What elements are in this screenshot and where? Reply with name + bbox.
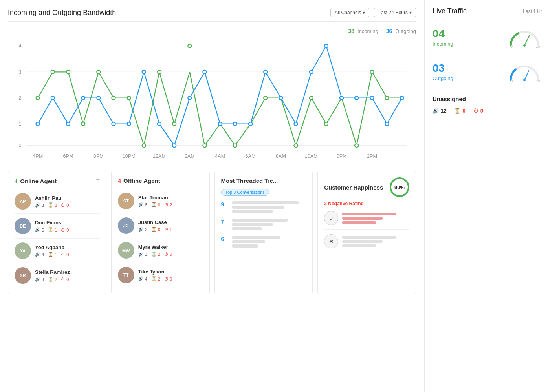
inbox-icon: 🔊 [35, 252, 40, 257]
svg-point-28 [127, 96, 131, 100]
stat-timer: ⏱ 1 [164, 227, 172, 232]
svg-text:4PM: 4PM [33, 153, 43, 159]
agent-info: Tike Tyson 🔊 4 ⏳ 2 ⏱ 0 [138, 269, 203, 281]
agent-stats: 🔊 2 ⏳ 0 ⏱ 1 [138, 227, 203, 232]
threaded-num: 6 [221, 236, 229, 242]
threaded-bars [232, 236, 306, 248]
svg-point-33 [203, 144, 206, 147]
inbox-icon: 🔊 [138, 276, 144, 281]
chart-svg: 4 3 2 1 0 4PM 6PM 8PM 10PM 12AM 2AM 4AM … [8, 37, 416, 163]
time-dropdown[interactable]: Last 24 Hours ▾ [374, 8, 416, 17]
svg-point-79 [523, 79, 526, 81]
svg-text:4: 4 [19, 44, 22, 49]
stat-assign: 🔊 6 [138, 202, 147, 207]
hourglass-icon: ⏳ [48, 252, 53, 257]
unassigned-inbox: 🔊 12 [433, 108, 446, 114]
clock-icon: ⏱ [164, 277, 169, 281]
threaded-bar [232, 244, 258, 248]
bottom-panels: 4 Online Agent ≡ AP Ashlin Paul 🔊 8 [8, 171, 416, 294]
agent-info: Yod Agbaria 🔊 4 ⏳ 1 ⏱ 0 [35, 244, 100, 257]
avatar: MW [118, 242, 134, 259]
happiness-row: J [324, 211, 409, 230]
outgoing-metric: 03 Outgoing 0 10 [425, 55, 550, 89]
agent-stats: 🔊 3 ⏳ 2 ⏱ 0 [35, 277, 100, 282]
threaded-bar [232, 236, 280, 239]
svg-point-30 [158, 70, 161, 74]
outgoing-label: Outgoing [433, 75, 453, 81]
svg-text:10PM: 10PM [123, 153, 136, 159]
threaded-title: Most Threaded Tic... [221, 177, 306, 184]
agent-stats: 🔊 3 ⏳ 2 ⏱ 0 [138, 252, 203, 257]
negative-rating: 2 Negative Rating [324, 201, 409, 206]
stat-timer: ⏱ 0 [61, 202, 69, 208]
stat-assign: 🔊 4 [35, 252, 44, 257]
svg-point-67 [340, 96, 343, 100]
avatar: JC [118, 217, 134, 234]
stat-timer: ⏱ 0 [164, 276, 172, 281]
customer-happiness-panel: Customer Happiness 90% 2 Negative Rating… [317, 171, 416, 294]
agent-row: DE Don Evans 🔊 6 ⏳ 1 ⏱ 0 [15, 214, 100, 239]
svg-point-25 [81, 122, 85, 126]
svg-text:4AM: 4AM [215, 153, 225, 159]
svg-point-53 [127, 122, 131, 126]
agent-info: Don Evans 🔊 6 ⏳ 1 ⏱ 0 [35, 220, 100, 232]
incoming-value: 04 [433, 28, 453, 39]
svg-text:6AM: 6AM [246, 153, 256, 159]
svg-text:10: 10 [536, 79, 540, 83]
stat-timer: ⏱ 2 [164, 202, 172, 207]
happiness-circle: 90% [390, 177, 409, 197]
svg-point-27 [112, 96, 115, 100]
stat-pending: ⏳ 2 [151, 276, 160, 281]
live-traffic-panel: Live Traffic Last 1 Hr 04 Incoming 0 10 [424, 0, 550, 392]
hline [342, 213, 396, 215]
agent-row: ST Star Truman 🔊 6 ⏳ 0 ⏱ 2 [118, 189, 203, 213]
hline [342, 217, 382, 220]
svg-point-51 [97, 96, 100, 100]
stat-pending: ⏳ 2 [48, 202, 57, 208]
hline [342, 236, 396, 239]
unassigned-timer: ⏱ 0 [473, 108, 483, 114]
agent-row: YA Yod Agbaria 🔊 4 ⏳ 1 ⏱ 0 [15, 239, 100, 263]
agent-name: Myra Walker [138, 244, 203, 250]
stat-pending: ⏳ 0 [151, 227, 160, 232]
outgoing-value: 03 [433, 63, 453, 74]
hourglass-icon: ⏳ [48, 277, 53, 282]
svg-point-68 [355, 96, 358, 100]
menu-icon[interactable]: ≡ [96, 177, 99, 184]
avatar: YA [15, 242, 31, 259]
happiness-row: R [324, 234, 409, 252]
stat-timer: ⏱ 0 [61, 277, 69, 282]
avatar: ST [118, 193, 134, 209]
agent-info: Stella Ramirez 🔊 3 ⏳ 2 ⏱ 0 [35, 269, 100, 282]
inbox-icon: 🔊 [35, 202, 40, 208]
hourglass-icon: ⏳ [151, 252, 157, 257]
avatar: SR [15, 267, 31, 284]
svg-point-71 [400, 96, 404, 100]
happiness-title: Customer Happiness [324, 184, 383, 191]
stat-assign: 🔊 3 [35, 277, 44, 282]
agent-name: Don Evans [35, 220, 100, 226]
threaded-bar [232, 206, 284, 209]
stat-pending: ⏳ 0 [151, 202, 160, 207]
hourglass-icon: ⏳ [151, 227, 157, 232]
svg-text:10AM: 10AM [305, 153, 318, 159]
threaded-num: 9 [221, 201, 229, 208]
avatar: TT [118, 267, 134, 283]
threaded-row: 9 [221, 201, 306, 213]
outgoing-metric-left: 03 Outgoing [433, 63, 453, 81]
svg-text:10: 10 [536, 45, 540, 48]
threaded-bars [232, 201, 306, 213]
channels-dropdown[interactable]: All Channels ▾ [330, 8, 369, 17]
svg-point-50 [81, 96, 85, 100]
agent-row: TT Tike Tyson 🔊 4 ⏳ 2 ⏱ 0 [118, 263, 203, 287]
svg-point-70 [385, 122, 389, 126]
inbox-icon: 🔊 [35, 277, 40, 282]
incoming-metric: 04 Incoming 0 10 [425, 20, 550, 55]
svg-point-23 [51, 70, 55, 74]
happiness-lines [342, 213, 409, 224]
happiness-header: Customer Happiness 90% [324, 177, 409, 197]
live-traffic-title: Live Traffic [433, 7, 467, 15]
svg-text:8PM: 8PM [94, 153, 104, 159]
agent-info: Star Truman 🔊 6 ⏳ 0 ⏱ 2 [138, 195, 203, 207]
unassigned-pending: ⏳ 0 [454, 108, 465, 114]
